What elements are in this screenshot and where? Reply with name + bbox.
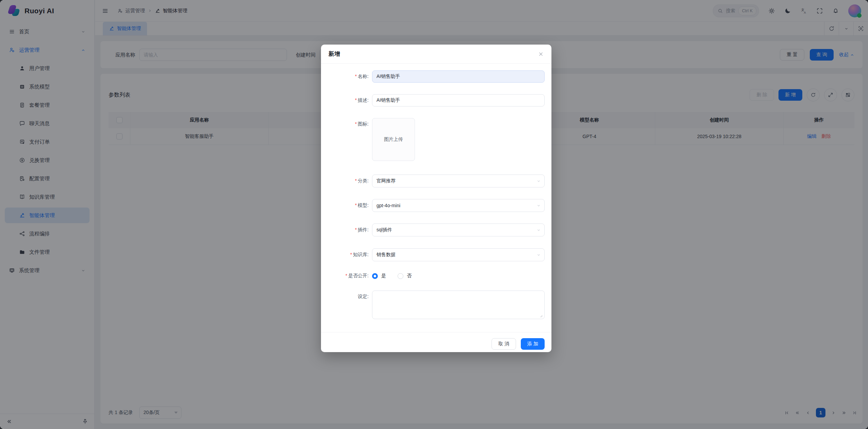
model-select[interactable]: gpt-4o-mini (372, 199, 545, 212)
field-plugin: *插件: sql插件 (321, 224, 545, 236)
category-select[interactable]: 官网推荐 (372, 175, 545, 187)
name-field-label: 名称: (358, 73, 369, 79)
modal-title: 新增 (328, 50, 340, 58)
setting-field-label: 设定: (358, 294, 369, 299)
modal-body: *名称: *描述: *图标: 图片上传 *分类: 官网推荐 (321, 64, 551, 332)
radio-no-label: 否 (407, 273, 412, 279)
field-name: *名称: (321, 70, 545, 83)
is-public-field-label: 是否公开: (348, 273, 369, 278)
cancel-button[interactable]: 取 消 (492, 338, 516, 350)
modal-header: 新增 (321, 45, 551, 64)
field-setting: 设定: (321, 291, 545, 320)
field-icon: *图标: 图片上传 (321, 118, 545, 161)
chevron-down-icon (536, 179, 541, 183)
name-input[interactable] (372, 70, 545, 83)
plugin-field-label: 插件: (358, 227, 369, 232)
field-model: *模型: gpt-4o-mini (321, 199, 545, 212)
radio-yes[interactable] (372, 273, 378, 279)
add-agent-modal: 新增 *名称: *描述: *图标: 图片上传 *分类: (321, 45, 551, 352)
resize-handle[interactable] (539, 314, 543, 318)
radio-no[interactable] (398, 273, 403, 279)
knowledge-base-select[interactable]: 销售数据 (372, 248, 545, 261)
description-field-label: 描述: (358, 97, 369, 103)
close-modal-button[interactable] (538, 51, 544, 57)
field-category: *分类: 官网推荐 (321, 175, 545, 187)
icon-field-label: 图标: (358, 121, 369, 127)
radio-yes-label: 是 (381, 273, 386, 279)
upload-text: 图片上传 (384, 136, 403, 143)
app-root: Ruoyi AI 首页 运营管理 用户管理 系统模型 (0, 0, 868, 429)
field-knowledge-base: *知识库: 销售数据 (321, 248, 545, 261)
required-mark: * (355, 73, 357, 79)
field-is-public: *是否公开: 是 否 (321, 273, 545, 279)
image-upload-box[interactable]: 图片上传 (372, 118, 415, 161)
setting-textarea[interactable] (372, 291, 545, 319)
chevron-down-icon (536, 203, 541, 208)
field-description: *描述: (321, 94, 545, 106)
chevron-down-icon (536, 228, 541, 232)
confirm-add-button[interactable]: 添 加 (521, 338, 545, 350)
plugin-select[interactable]: sql插件 (372, 224, 545, 236)
modal-footer: 取 消 添 加 (321, 332, 551, 355)
close-icon (538, 51, 544, 57)
knowledge-field-label: 知识库: (353, 252, 369, 257)
category-field-label: 分类: (358, 178, 369, 183)
chevron-down-icon (536, 253, 541, 257)
description-input[interactable] (372, 94, 545, 106)
model-field-label: 模型: (358, 202, 369, 208)
is-public-radio-group: 是 否 (372, 273, 545, 279)
